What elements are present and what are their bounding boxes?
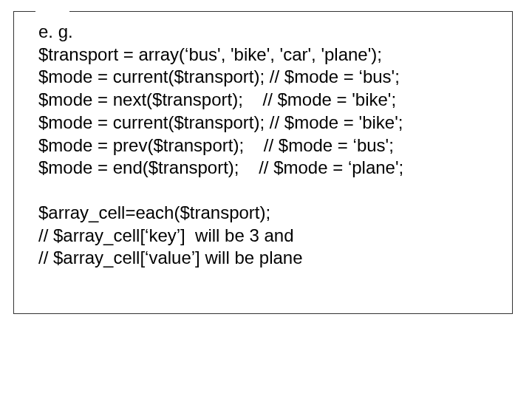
code-line: // $array_cell[‘key’] will be 3 and [38,225,505,248]
code-line: $mode = prev($transport); // $mode = ‘bu… [38,134,505,157]
code-line: $array_cell=each($transport); [38,202,505,225]
code-line: $mode = next($transport); // $mode = 'bi… [38,89,505,112]
code-line: $transport = array(‘bus', 'bike', 'car',… [38,44,505,66]
code-content: e. g. $transport = array(‘bus', 'bike', … [38,21,505,270]
code-line: $mode = current($transport); // $mode = … [38,112,505,134]
frame-notch [35,7,69,16]
slide: e. g. $transport = array(‘bus', 'bike', … [0,0,532,399]
code-line: // $array_cell[‘value’] will be plane [38,247,505,270]
code-line: $mode = current($transport); // $mode = … [38,66,505,89]
code-line: e. g. [38,21,505,44]
code-line: $mode = end($transport); // $mode = ‘pla… [38,157,505,180]
